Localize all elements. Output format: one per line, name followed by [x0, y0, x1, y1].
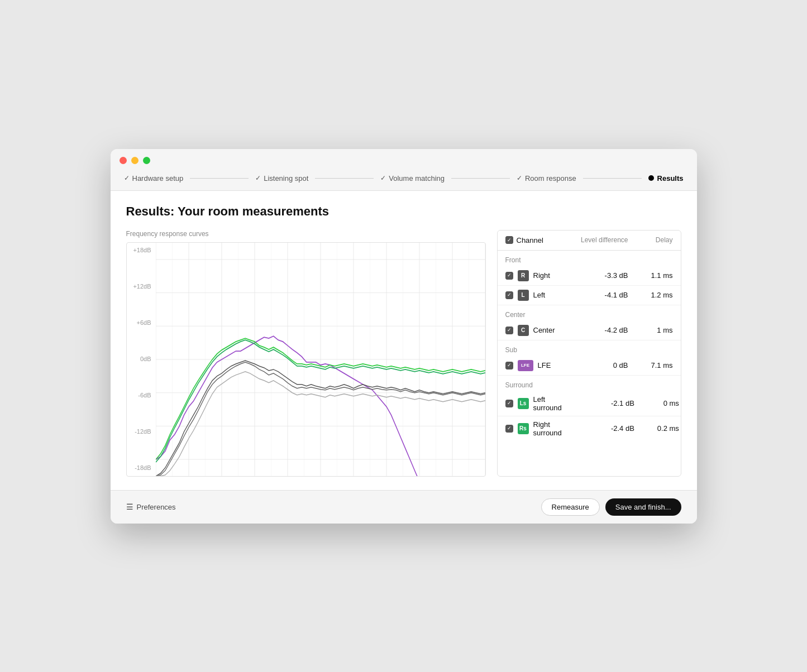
panel-level-diff-label: Level difference [556, 236, 628, 244]
channel-row-center: ✓ C Center -4.2 dB 1 ms [498, 321, 681, 340]
channel-delay-ls: 0 ms [634, 399, 679, 407]
checkbox-rs[interactable]: ✓ [505, 425, 513, 433]
channel-row-left: ✓ L Left -4.1 dB 1.2 ms [498, 286, 681, 305]
y-label-0: 0dB [129, 356, 151, 362]
checkbox-check-icon: ✓ [507, 238, 512, 243]
wizard-steps: ✓ Hardware setup ✓ Listening spot ✓ Volu… [111, 169, 697, 191]
check-icon: ✓ [507, 273, 512, 278]
channel-row-ls: ✓ Ls Left surround -2.1 dB 0 ms [498, 391, 681, 416]
panel-header: ✓ Channel Level difference Delay [498, 231, 681, 251]
step-results[interactable]: Results [648, 174, 684, 183]
step-volume-matching[interactable]: ✓ Volume matching [380, 174, 445, 183]
step-active-dot [648, 175, 654, 181]
checkbox-right[interactable]: ✓ [505, 272, 513, 280]
chart-container: +18dB +12dB +6dB 0dB -6dB -12dB -18dB [126, 242, 486, 477]
channel-name-cell-left: ✓ L Left [505, 290, 556, 301]
checkbox-center[interactable]: ✓ [505, 327, 513, 334]
checkbox-lfe[interactable]: ✓ [505, 362, 513, 369]
y-axis: +18dB +12dB +6dB 0dB -6dB -12dB -18dB [127, 243, 156, 476]
checkbox-left[interactable]: ✓ [505, 291, 513, 299]
channel-name-rs: Right surround [533, 420, 562, 437]
channel-name-cell-lfe: ✓ LFE LFE [505, 360, 556, 371]
y-label-18p: +18dB [129, 247, 151, 253]
badge-right: R [518, 270, 529, 281]
channel-row-rs: ✓ Rs Right surround -2.4 dB 0.2 ms [498, 416, 681, 441]
check-icon: ✓ [507, 363, 512, 368]
step-divider [190, 178, 249, 179]
step-room-response[interactable]: ✓ Room response [517, 174, 576, 183]
panel-delay-label: Delay [628, 236, 673, 244]
badge-center: C [518, 325, 529, 336]
channel-level-center: -4.2 dB [556, 326, 628, 334]
chart-section: Frequency response curves +18dB +12dB +6… [126, 230, 486, 477]
channel-level-lfe: 0 dB [556, 361, 628, 369]
badge-left: L [518, 290, 529, 301]
channel-panel: ✓ Channel Level difference Delay Front ✓ [497, 230, 681, 477]
channel-delay-left: 1.2 ms [628, 291, 673, 299]
channel-level-rs: -2.4 dB [562, 424, 634, 433]
step-check-icon: ✓ [517, 174, 522, 182]
section-title-sub: Sub [498, 340, 681, 356]
chart-plot [156, 243, 485, 476]
step-label: Listening spot [264, 174, 308, 183]
save-finish-button[interactable]: Save and finish... [605, 498, 681, 516]
y-label-6n: -6dB [129, 392, 151, 399]
step-listening-spot[interactable]: ✓ Listening spot [255, 174, 308, 183]
preferences-label: Preferences [137, 503, 176, 511]
check-icon: ✓ [507, 401, 512, 406]
channel-name-cell-ls: ✓ Ls Left surround [505, 395, 562, 412]
channel-name-ls: Left surround [533, 395, 562, 412]
channel-level-right: -3.3 dB [556, 271, 628, 280]
channel-name-lfe: LFE [538, 361, 551, 369]
channel-delay-right: 1.1 ms [628, 271, 673, 280]
titlebar [111, 149, 697, 169]
channel-name-cell-rs: ✓ Rs Right surround [505, 420, 562, 437]
section-title-center: Center [498, 305, 681, 321]
check-icon: ✓ [507, 426, 512, 431]
y-label-18n: -18dB [129, 465, 151, 471]
channel-name-cell-center: ✓ C Center [505, 325, 556, 336]
step-label: Room response [525, 174, 576, 183]
close-dot[interactable] [120, 157, 127, 164]
step-label: Results [657, 174, 684, 183]
y-label-12p: +12dB [129, 284, 151, 290]
checkbox-ls[interactable]: ✓ [505, 400, 513, 407]
channel-level-ls: -2.1 dB [562, 399, 634, 407]
section-title-surround: Surround [498, 376, 681, 391]
step-check-icon: ✓ [124, 174, 130, 182]
badge-ls: Ls [518, 398, 529, 409]
step-label: Volume matching [389, 174, 445, 183]
footer-right: Remeasure Save and finish... [541, 498, 681, 516]
channel-row-right: ✓ R Right -3.3 dB 1.1 ms [498, 266, 681, 286]
panel-header-channel-cell: ✓ Channel [505, 236, 556, 244]
step-check-icon: ✓ [255, 174, 261, 182]
page-title: Results: Your room measurements [126, 204, 681, 219]
footer: ☰ Preferences Remeasure Save and finish.… [111, 490, 697, 524]
maximize-dot[interactable] [143, 157, 150, 164]
step-divider [451, 178, 510, 179]
step-divider [583, 178, 642, 179]
remeasure-button[interactable]: Remeasure [541, 498, 600, 516]
minimize-dot[interactable] [131, 157, 139, 164]
step-divider [315, 178, 374, 179]
step-check-icon: ✓ [380, 174, 386, 182]
app-window: ✓ Hardware setup ✓ Listening spot ✓ Volu… [111, 149, 697, 524]
check-icon: ✓ [507, 328, 512, 333]
badge-lfe: LFE [518, 360, 533, 371]
main-area: Frequency response curves +18dB +12dB +6… [126, 230, 681, 477]
step-hardware-setup[interactable]: ✓ Hardware setup [124, 174, 184, 183]
preferences-icon: ☰ [126, 502, 133, 511]
chart-label: Frequency response curves [126, 230, 486, 238]
main-content: Results: Your room measurements Frequenc… [111, 191, 697, 490]
channel-level-left: -4.1 dB [556, 291, 628, 299]
badge-rs: Rs [518, 423, 529, 434]
preferences-button[interactable]: ☰ Preferences [126, 502, 176, 511]
header-checkbox[interactable]: ✓ [505, 236, 513, 244]
chart-svg [156, 243, 485, 476]
channel-row-lfe: ✓ LFE LFE 0 dB 7.1 ms [498, 356, 681, 376]
channel-name-right: Right [533, 271, 550, 280]
y-label-12n: -12dB [129, 429, 151, 435]
section-title-front: Front [498, 251, 681, 266]
channel-name-center: Center [533, 326, 555, 334]
channel-delay-rs: 0.2 ms [634, 424, 679, 433]
